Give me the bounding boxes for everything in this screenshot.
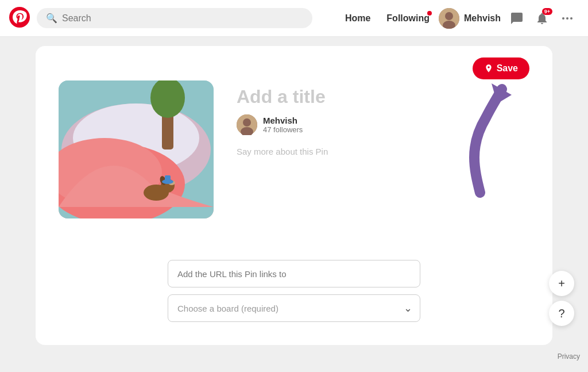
- chat-button[interactable]: [505, 7, 528, 30]
- notification-button[interactable]: 9+: [531, 7, 554, 30]
- svg-rect-20: [165, 175, 171, 182]
- svg-point-2: [445, 12, 453, 20]
- pin-body: Add a title Mehvish 47 followers: [59, 80, 529, 218]
- fab-container: + ?: [549, 271, 574, 326]
- svg-point-6: [570, 17, 572, 20]
- nav-following[interactable]: Following: [380, 9, 436, 28]
- following-notification-dot: [427, 11, 432, 16]
- pinterest-logo[interactable]: [9, 7, 30, 30]
- author-followers: 47 followers: [263, 125, 303, 134]
- svg-point-0: [9, 7, 30, 28]
- author-avatar: [237, 114, 257, 135]
- more-options-button[interactable]: [556, 7, 579, 30]
- author-info: Mehvish 47 followers: [263, 116, 303, 134]
- search-icon: 🔍: [46, 13, 57, 24]
- svg-point-4: [562, 17, 564, 20]
- pin-inputs: Choose a board (required) ⌄: [59, 225, 529, 322]
- nav-username[interactable]: Mehvish: [462, 13, 503, 24]
- author-name: Mehvish: [263, 116, 303, 125]
- save-button[interactable]: Save: [473, 57, 529, 79]
- pin-title: Add a title: [237, 86, 529, 108]
- zoom-in-button[interactable]: +: [549, 271, 574, 296]
- help-button[interactable]: ?: [549, 301, 574, 326]
- main-content: Save: [0, 37, 588, 372]
- board-select[interactable]: Choose a board (required): [168, 294, 420, 322]
- url-input[interactable]: [168, 260, 420, 287]
- privacy-label[interactable]: Privacy: [558, 352, 580, 361]
- nav-home[interactable]: Home: [338, 9, 377, 28]
- pin-card: Save: [36, 46, 552, 345]
- pin-author[interactable]: Mehvish 47 followers: [237, 114, 529, 135]
- svg-point-22: [243, 118, 251, 126]
- svg-point-5: [566, 17, 568, 20]
- search-input[interactable]: [62, 13, 303, 24]
- pin-details: Add a title Mehvish 47 followers: [237, 80, 529, 218]
- notification-badge: 9+: [542, 8, 552, 15]
- pin-image: [59, 80, 214, 218]
- user-avatar[interactable]: [439, 8, 459, 29]
- pin-description: Say more about this Pin: [237, 147, 529, 156]
- nav-links: Home Following Mehvish 9+: [338, 7, 579, 30]
- board-select-wrapper: Choose a board (required) ⌄: [168, 294, 420, 322]
- search-bar[interactable]: 🔍: [37, 8, 312, 28]
- navbar: 🔍 Home Following Mehvish: [0, 0, 588, 37]
